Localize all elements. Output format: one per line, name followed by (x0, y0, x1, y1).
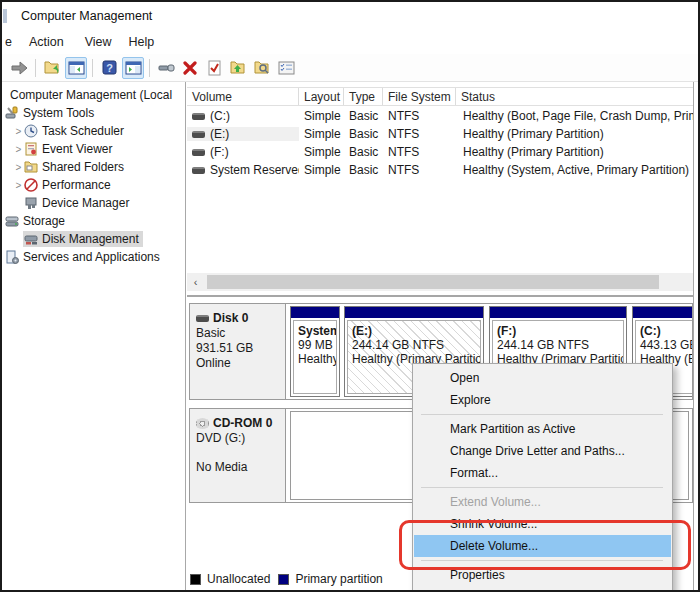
toolbar: ? (2, 54, 698, 82)
column-file-system[interactable]: File System (383, 88, 456, 105)
menu-item-explore[interactable]: Explore (414, 389, 671, 411)
disk-icon (196, 315, 209, 322)
tree-item-task-scheduler[interactable]: > Task Scheduler (2, 122, 185, 140)
volume-icon (192, 131, 205, 138)
volume-list-header: Volume Layout Type File System Status (187, 87, 693, 106)
tree-item-disk-management[interactable]: > Disk Management (2, 230, 185, 248)
pane-splitter[interactable] (187, 295, 693, 297)
cdrom-status: No Media (196, 460, 285, 475)
toolbar-separator (149, 59, 150, 77)
primary-partition-bar (291, 307, 339, 318)
column-status[interactable]: Status (456, 88, 693, 105)
show-console-tree-icon[interactable] (65, 57, 87, 79)
toolbar-separator (35, 59, 36, 77)
expander-icon[interactable]: > (14, 144, 23, 155)
tree-item-system-tools[interactable]: System Tools (2, 104, 185, 122)
scroll-left-arrow-icon[interactable]: ‹ (187, 273, 204, 291)
computer-management-window: Computer Management e Action View Help ? (0, 0, 700, 592)
menu-view[interactable]: View (85, 35, 112, 49)
menu-item-extend-volume: Extend Volume... (414, 491, 671, 513)
menu-bar: e Action View Help (2, 30, 698, 54)
export-folder-icon[interactable] (41, 57, 63, 79)
tree-item-shared-folders[interactable]: > Shared Folders (2, 158, 185, 176)
properties-list-icon[interactable] (275, 57, 297, 79)
title-bar: Computer Management (2, 2, 698, 30)
console-tree: Computer Management (Local System Tools … (2, 82, 186, 590)
tools-icon (5, 106, 19, 120)
svg-text:?: ? (106, 62, 113, 74)
clock-icon (24, 124, 38, 138)
partition-system-reserved[interactable]: System Reserved 99 MB Healthy (System, A… (290, 306, 340, 397)
expander-icon[interactable]: > (14, 180, 23, 191)
volume-row-e[interactable]: (E:) Simple Basic NTFS Healthy (Primary … (187, 125, 693, 143)
legend-primary-partition: Primary partition (278, 572, 382, 586)
disk0-status: Online (196, 356, 285, 371)
menu-item-format[interactable]: Format... (414, 462, 671, 484)
volume-icon (192, 113, 205, 120)
menu-separator (421, 414, 663, 415)
column-volume[interactable]: Volume (187, 88, 299, 105)
volume-row-system-reserved[interactable]: System Reserved Simple Basic NTFS Health… (187, 161, 693, 179)
primary-partition-bar (633, 307, 693, 318)
unallocated-swatch (190, 574, 201, 585)
menu-item-mark-partition-active[interactable]: Mark Partition as Active (414, 418, 671, 440)
performance-icon (24, 178, 38, 192)
event-log-icon (24, 142, 38, 156)
services-icon (5, 250, 19, 264)
disk0-type: Basic (196, 326, 285, 341)
menu-file[interactable]: e (5, 35, 12, 49)
tool-icon[interactable] (155, 57, 177, 79)
primary-partition-bar (490, 307, 626, 318)
expander-icon[interactable]: > (14, 162, 23, 173)
tree-item-device-manager[interactable]: > Device Manager (2, 194, 185, 212)
primary-partition-bar (345, 307, 483, 318)
primary-partition-swatch (278, 574, 289, 585)
horizontal-scrollbar[interactable]: ‹ (187, 273, 693, 291)
cdrom-label[interactable]: CD-ROM 0 DVD (G:) No Media (190, 409, 286, 502)
menu-item-change-drive-letter[interactable]: Change Drive Letter and Paths... (414, 440, 671, 462)
window-icon (3, 9, 7, 23)
storage-icon (5, 214, 19, 228)
partition-legend: Unallocated Primary partition (190, 572, 383, 586)
shared-folder-icon (24, 160, 38, 174)
device-icon (24, 196, 38, 210)
cdrom-media: DVD (G:) (196, 431, 285, 446)
legend-unallocated: Unallocated (190, 572, 270, 586)
disk0-size: 931.51 GB (196, 341, 285, 356)
delete-volume-annotation (399, 520, 691, 570)
volume-row-c[interactable]: (C:) Simple Basic NTFS Healthy (Boot, Pa… (187, 107, 693, 125)
folder-up-icon[interactable] (227, 57, 249, 79)
tree-item-computer-management-root[interactable]: Computer Management (Local (2, 86, 185, 104)
column-type[interactable]: Type (344, 88, 383, 105)
disk-management-icon (24, 232, 38, 246)
tree-item-event-viewer[interactable]: > Event Viewer (2, 140, 185, 158)
delete-x-icon[interactable] (179, 57, 201, 79)
menu-help[interactable]: Help (129, 35, 155, 49)
menu-action[interactable]: Action (29, 35, 64, 49)
check-document-icon[interactable] (203, 57, 225, 79)
show-action-pane-icon[interactable] (122, 57, 144, 79)
scrollbar-thumb[interactable] (207, 275, 659, 289)
column-layout[interactable]: Layout (299, 88, 344, 105)
volume-icon (192, 167, 205, 174)
toolbar-separator (92, 59, 93, 77)
expander-icon[interactable]: > (14, 126, 23, 137)
cd-icon (196, 418, 209, 429)
window-title: Computer Management (21, 9, 152, 23)
tree-item-performance[interactable]: > Performance (2, 176, 185, 194)
tree-item-storage[interactable]: Storage (2, 212, 185, 230)
disk0-label[interactable]: Disk 0 Basic 931.51 GB Online (190, 304, 286, 399)
forward-arrow-icon[interactable] (8, 57, 30, 79)
help-icon[interactable]: ? (98, 57, 120, 79)
folder-search-icon[interactable] (251, 57, 273, 79)
volume-icon (192, 149, 205, 156)
volume-row-f[interactable]: (F:) Simple Basic NTFS Healthy (Primary … (187, 143, 693, 161)
tree-item-services-and-applications[interactable]: Services and Applications (2, 248, 185, 266)
menu-item-open[interactable]: Open (414, 367, 671, 389)
menu-separator (421, 487, 663, 488)
